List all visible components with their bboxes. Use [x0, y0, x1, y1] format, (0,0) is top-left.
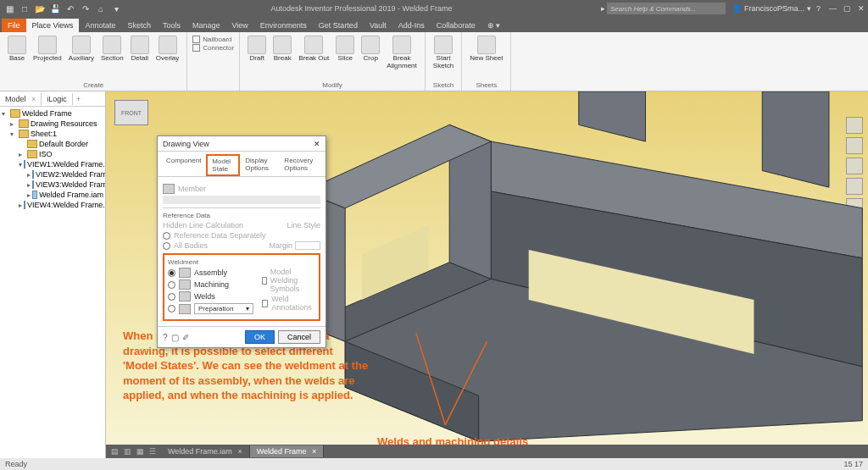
- tree-node[interactable]: ▾VIEW1:Welded Frame.iam: [2, 159, 103, 169]
- start-sketch-button-label: Start Sketch: [433, 55, 453, 70]
- section-view-button[interactable]: Section: [98, 34, 126, 64]
- draft-button[interactable]: Draft: [245, 34, 269, 72]
- dialog-tab-recovery-options[interactable]: Recovery Options: [279, 154, 322, 176]
- expand-icon[interactable]: ▸: [19, 202, 22, 209]
- doc-icon4[interactable]: ☰: [149, 447, 156, 456]
- browser-tab-ilogic[interactable]: iLogic: [42, 93, 73, 105]
- connector-toggle[interactable]: Connector: [192, 44, 234, 52]
- breakout-button[interactable]: Break Out: [296, 34, 331, 72]
- tab-sketch[interactable]: Sketch: [121, 19, 157, 32]
- tab-addins[interactable]: Add-Ins: [392, 19, 431, 32]
- tree-node[interactable]: ▾Welded Frame: [2, 108, 103, 119]
- dialog-help-icon[interactable]: ?: [163, 333, 168, 342]
- doc-tab-drawing[interactable]: Welded Frame ×: [250, 445, 325, 457]
- expand-icon[interactable]: ▾: [19, 161, 22, 169]
- tab-place-views[interactable]: Place Views: [26, 19, 80, 32]
- slice-button-label: Slice: [338, 55, 353, 63]
- undo-icon[interactable]: ↶: [64, 3, 76, 14]
- tree-node[interactable]: ▸VIEW3:Welded Frame.iam: [2, 180, 103, 190]
- expand-icon[interactable]: ▸: [10, 120, 17, 128]
- open-icon[interactable]: 📂: [34, 3, 46, 14]
- expand-icon[interactable]: ▸: [27, 191, 31, 199]
- tab-extra[interactable]: ⊕ ▾: [481, 19, 507, 32]
- new-icon[interactable]: □: [19, 3, 31, 14]
- search-input[interactable]: Search Help & Commands...: [607, 3, 726, 14]
- base-view-button[interactable]: Base: [5, 34, 29, 64]
- doc-icon1[interactable]: ▤: [111, 447, 119, 456]
- auxiliary-view-button[interactable]: Auxiliary: [66, 34, 97, 64]
- expand-icon[interactable]: ▸: [27, 171, 31, 179]
- tab-manage[interactable]: Manage: [186, 19, 226, 32]
- close-icon[interactable]: ✕: [858, 4, 865, 13]
- start-sketch-button[interactable]: Start Sketch: [431, 34, 456, 72]
- slice-button[interactable]: Slice: [333, 34, 357, 72]
- dialog-tab-display-options[interactable]: Display Options: [240, 154, 279, 176]
- chk-weld-annot: [262, 300, 268, 307]
- tree-node[interactable]: ▸VIEW2:Welded Frame.iam: [2, 169, 103, 180]
- dialog-tab-component[interactable]: Component: [161, 154, 206, 176]
- expand-icon[interactable]: ▸: [27, 181, 31, 189]
- minimize-icon[interactable]: —: [829, 4, 837, 13]
- search-arrow-icon[interactable]: ▸: [601, 4, 605, 13]
- tree-node[interactable]: ▸Drawing Resources: [2, 119, 103, 129]
- radio-welds[interactable]: [168, 293, 175, 301]
- tree-node[interactable]: ▾Sheet:1: [2, 129, 103, 139]
- tab-environments[interactable]: Environments: [254, 19, 313, 32]
- tab-tools[interactable]: Tools: [157, 19, 186, 32]
- dialog-tab-model-state[interactable]: Model State: [206, 154, 240, 176]
- projected-view-button-label: Projected: [33, 55, 62, 63]
- tab-get-started[interactable]: Get Started: [313, 19, 364, 32]
- expand-icon[interactable]: ▾: [2, 110, 8, 118]
- tab-view[interactable]: View: [225, 19, 253, 32]
- node-icon: [32, 180, 34, 189]
- tree-node[interactable]: Default Border: [2, 139, 103, 149]
- radio-preparation[interactable]: [168, 305, 175, 312]
- preparation-combo[interactable]: Preparation▾: [194, 303, 253, 314]
- new-sheet-button[interactable]: New Sheet: [467, 34, 505, 64]
- tree-node[interactable]: ▸Welded Frame.iam: [2, 190, 103, 200]
- redo-icon[interactable]: ↷: [80, 3, 92, 14]
- home-icon[interactable]: ⌂: [95, 3, 107, 14]
- nailboard-toggle[interactable]: Nailboard: [192, 36, 234, 43]
- app-menu-icon[interactable]: ▦: [3, 3, 15, 14]
- node-icon: [27, 140, 37, 148]
- tab-vault[interactable]: Vault: [364, 19, 392, 32]
- group-label-create: Create: [5, 81, 181, 89]
- tab-annotate[interactable]: Annotate: [79, 19, 121, 32]
- tab-file[interactable]: File: [2, 19, 26, 32]
- radio-machining[interactable]: [168, 281, 175, 289]
- ok-button[interactable]: OK: [245, 330, 275, 344]
- doc-icon3[interactable]: ▦: [136, 447, 144, 456]
- tab-collaborate[interactable]: Collaborate: [431, 19, 481, 32]
- doc-icon2[interactable]: ▥: [124, 447, 131, 456]
- projected-view-button[interactable]: Projected: [31, 34, 64, 64]
- radio-assembly[interactable]: [168, 269, 175, 277]
- dialog-tool2-icon[interactable]: ✐: [182, 333, 189, 342]
- dialog-tool1-icon[interactable]: ▢: [171, 333, 179, 342]
- help-icon[interactable]: ?: [816, 4, 821, 13]
- tree-node[interactable]: ▸ISO: [2, 149, 103, 159]
- break-button[interactable]: Break: [270, 34, 294, 72]
- expand-icon[interactable]: ▸: [19, 151, 25, 158]
- overlay-view-button[interactable]: Overlay: [153, 34, 182, 64]
- cancel-button[interactable]: Cancel: [278, 330, 320, 344]
- node-label: Drawing Resources: [31, 119, 97, 128]
- qat-more-icon[interactable]: ▾: [110, 3, 122, 14]
- detail-view-button[interactable]: Detail: [128, 34, 152, 64]
- tree-node[interactable]: ▸VIEW4:Welded Frame.iam: [2, 200, 103, 210]
- maximize-icon[interactable]: ▢: [843, 4, 851, 13]
- dialog-titlebar[interactable]: Drawing View ✕: [158, 136, 326, 152]
- browser-tab-add[interactable]: +: [73, 93, 84, 105]
- save-icon[interactable]: 💾: [49, 3, 61, 14]
- expand-icon[interactable]: ▾: [10, 130, 17, 138]
- browser-tab-model[interactable]: Model ×: [0, 93, 42, 106]
- break-alignment-button[interactable]: Break Alignment: [384, 34, 420, 72]
- opt-assembly[interactable]: Assembly: [194, 268, 227, 277]
- dialog-close-icon[interactable]: ✕: [314, 140, 320, 148]
- crop-button[interactable]: Crop: [359, 34, 382, 72]
- node-label: Sheet:1: [31, 130, 57, 138]
- opt-welds[interactable]: Welds: [194, 292, 215, 301]
- doc-tab-iam[interactable]: Welded Frame.iam ×: [161, 445, 250, 457]
- user-menu[interactable]: 👤 FranciscoPSma... ▾: [732, 4, 811, 13]
- opt-machining[interactable]: Machining: [194, 280, 229, 289]
